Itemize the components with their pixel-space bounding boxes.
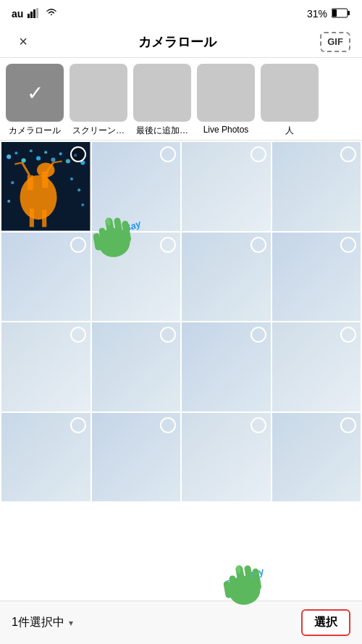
photo-cell-8[interactable] xyxy=(272,233,361,322)
select-circle-13 xyxy=(70,417,86,433)
svg-point-13 xyxy=(44,151,47,154)
nav-bar: × カメラロール GIF xyxy=(0,26,362,58)
gif-button[interactable]: GIF xyxy=(320,32,350,52)
photo-cell-12[interactable] xyxy=(272,322,361,411)
svg-point-30 xyxy=(70,177,73,180)
svg-rect-2 xyxy=(33,9,35,18)
svg-rect-27 xyxy=(30,209,34,227)
photo-cell-4[interactable] xyxy=(272,142,361,231)
screenshots-label: スクリーン… xyxy=(72,125,125,137)
svg-rect-20 xyxy=(28,175,33,190)
svg-point-9 xyxy=(14,151,17,154)
more-thumb xyxy=(261,64,319,122)
svg-point-29 xyxy=(11,181,14,184)
svg-point-10 xyxy=(22,158,26,162)
tab-more[interactable]: 人 xyxy=(261,64,319,137)
battery-label: 31% xyxy=(307,8,327,20)
battery-icon xyxy=(332,8,350,20)
select-circle-9 xyxy=(70,327,86,343)
wifi-icon xyxy=(45,8,58,20)
photo-cell-6[interactable] xyxy=(92,233,181,322)
photo-cell-10[interactable] xyxy=(92,322,181,411)
svg-point-32 xyxy=(7,200,10,203)
photo-cell-7[interactable] xyxy=(182,233,271,322)
svg-point-12 xyxy=(36,156,41,160)
select-circle-2 xyxy=(160,146,176,162)
select-circle-4 xyxy=(340,146,356,162)
photo-grid xyxy=(0,141,362,503)
tab-recently-added[interactable]: 最後に追加… xyxy=(133,64,191,137)
select-circle-6 xyxy=(160,237,176,253)
select-circle-5 xyxy=(70,237,86,253)
photo-cell-11[interactable] xyxy=(182,322,271,411)
tab-live-photos[interactable]: Live Photos xyxy=(197,64,255,137)
tab-screenshots[interactable]: スクリーン… xyxy=(70,64,127,137)
svg-rect-28 xyxy=(42,210,46,227)
recently-added-thumb xyxy=(133,64,191,122)
select-circle-15 xyxy=(251,417,266,433)
status-right: 31% xyxy=(307,8,350,20)
photo-cell-3[interactable] xyxy=(182,142,271,231)
svg-point-31 xyxy=(77,188,80,191)
select-circle-16 xyxy=(340,417,356,433)
photo-cell-15[interactable] xyxy=(182,413,271,502)
carrier-label: au xyxy=(12,8,23,20)
status-bar: au 31% xyxy=(0,0,362,26)
svg-point-19 xyxy=(20,175,57,219)
select-circle-1 xyxy=(70,146,86,162)
svg-point-14 xyxy=(51,157,55,162)
select-circle-8 xyxy=(340,237,356,253)
svg-point-8 xyxy=(7,154,11,159)
signal-icon xyxy=(28,8,41,20)
select-circle-12 xyxy=(340,327,356,343)
live-photos-label: Live Photos xyxy=(203,125,249,135)
select-button[interactable]: 選択 xyxy=(301,609,350,636)
bottom-bar: 1件選択中 ▾ 選択 xyxy=(0,601,362,644)
svg-rect-0 xyxy=(28,14,30,18)
photo-cell-2[interactable] xyxy=(92,142,181,231)
photo-cell-16[interactable] xyxy=(272,413,361,502)
photo-grid-section xyxy=(0,141,362,605)
chevron-down-icon: ▾ xyxy=(69,618,73,628)
photo-cell-1[interactable] xyxy=(1,142,90,231)
svg-rect-1 xyxy=(30,12,33,18)
select-circle-14 xyxy=(160,417,176,433)
svg-rect-6 xyxy=(332,9,337,17)
svg-point-11 xyxy=(30,149,33,152)
page-title: カメラロール xyxy=(138,33,216,51)
camera-roll-thumb: ✓ xyxy=(6,64,64,122)
album-tabs: ✓ カメラロール スクリーン… 最後に追加… Live Photos 人 xyxy=(0,58,362,141)
status-left: au xyxy=(12,8,58,20)
svg-point-33 xyxy=(81,204,84,206)
check-icon: ✓ xyxy=(27,81,43,105)
selection-count-label: 1件選択中 xyxy=(12,615,64,630)
selection-count[interactable]: 1件選択中 ▾ xyxy=(12,615,73,630)
select-circle-7 xyxy=(251,237,266,253)
svg-rect-5 xyxy=(348,11,350,15)
select-circle-3 xyxy=(251,146,266,162)
svg-rect-3 xyxy=(36,8,38,18)
svg-point-15 xyxy=(59,152,62,155)
live-photos-thumb xyxy=(197,64,255,122)
recently-added-label: 最後に追加… xyxy=(136,125,188,137)
close-button[interactable]: × xyxy=(12,30,35,54)
photo-cell-9[interactable] xyxy=(1,322,90,411)
tab-camera-roll[interactable]: ✓ カメラロール xyxy=(6,64,64,137)
svg-point-16 xyxy=(66,159,70,163)
select-circle-11 xyxy=(251,327,266,343)
photo-cell-13[interactable] xyxy=(1,413,90,502)
photo-cell-5[interactable] xyxy=(1,233,90,322)
more-label: 人 xyxy=(285,125,294,137)
select-circle-10 xyxy=(160,327,176,343)
photo-cell-14[interactable] xyxy=(92,413,181,502)
camera-roll-label: カメラロール xyxy=(9,125,61,137)
screenshots-thumb xyxy=(70,64,127,122)
